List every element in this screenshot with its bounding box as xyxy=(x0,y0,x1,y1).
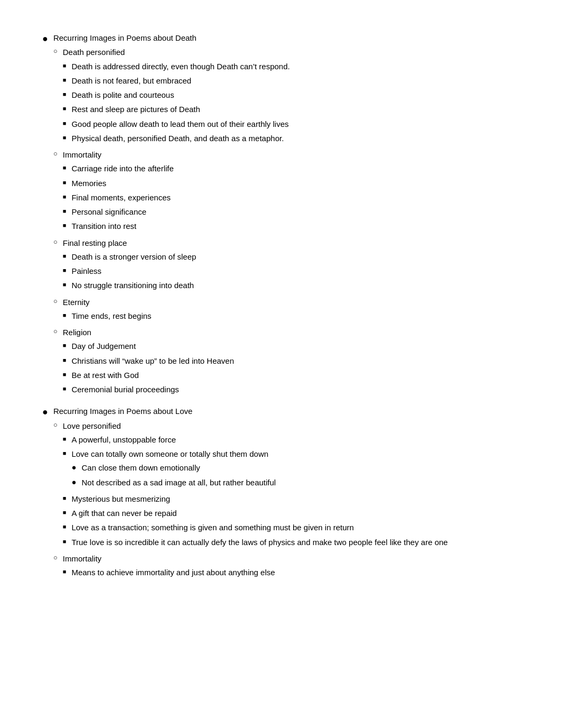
item-text: Be at rest with God xyxy=(71,369,519,381)
item-text: Christians will “wake up” to be led into… xyxy=(71,355,519,367)
bullet-icon: ■ xyxy=(63,61,67,71)
list-item: ■ Painless xyxy=(63,265,519,277)
bullet-icon: ■ xyxy=(63,90,67,99)
item-text: Death is not feared, but embraced xyxy=(71,75,519,87)
bullet-icon: ■ xyxy=(63,178,67,188)
item-text: Death is a stronger version of sleep xyxy=(71,251,519,263)
list-item: ■ True love is so incredible it can actu… xyxy=(63,536,519,548)
item-text: Good people allow death to lead them out… xyxy=(71,118,519,130)
bullet-icon: ■ xyxy=(63,207,67,216)
list-item: ■ Death is not feared, but embraced xyxy=(63,75,519,87)
item-text: Death is polite and courteous xyxy=(71,89,519,101)
bullet-icon: ● xyxy=(42,405,48,419)
item-text: Carriage ride into the afterlife xyxy=(71,162,519,174)
item-text: Personal significance xyxy=(71,206,519,218)
sub-list: ■ Carriage ride into the afterlife ■ Mem… xyxy=(63,162,519,232)
item-text: Transition into rest xyxy=(71,220,519,232)
list-item: ■ Personal significance xyxy=(63,206,519,218)
item-text: Immortality ■ Carriage ride into the aft… xyxy=(63,149,519,235)
item-text: Not described as a sad image at all, but… xyxy=(81,476,519,489)
bullet-icon: ■ xyxy=(63,119,67,128)
list-item: ■ Memories xyxy=(63,177,519,189)
list-item: ○ Religion ■ Day of Judgement ■ Christia… xyxy=(53,326,519,398)
item-text: Means to achieve immortality and just ab… xyxy=(71,566,519,578)
sub-list: ■ Day of Judgement ■ Christians will “wa… xyxy=(63,340,519,395)
bullet-icon: ● xyxy=(71,476,76,489)
list-item: ■ Good people allow death to lead them o… xyxy=(63,118,519,130)
bullet-icon: ■ xyxy=(63,133,67,143)
item-text: Death is addressed directly, even though… xyxy=(71,60,519,72)
bullet-icon: ■ xyxy=(63,76,67,85)
item-text: Love personified ■ A powerful, unstoppab… xyxy=(63,420,519,550)
list-item: ■ Final moments, experiences xyxy=(63,191,519,204)
item-text: Love as a transaction; something is give… xyxy=(71,521,519,533)
item-text: Mysterious but mesmerizing xyxy=(71,493,519,505)
bullet-icon: ● xyxy=(71,462,76,474)
item-text: Can close them down emotionally xyxy=(81,462,519,474)
list-item: ■ Means to achieve immortality and just … xyxy=(63,566,519,578)
list-item: ○ Immortality ■ Means to achieve immorta… xyxy=(53,552,519,581)
main-outline: ● Recurring Images in Poems about Death … xyxy=(42,32,519,583)
bullet-icon: ○ xyxy=(53,420,58,431)
list-item: ○ Immortality ■ Carriage ride into the a… xyxy=(53,149,519,235)
item-text: True love is so incredible it can actual… xyxy=(71,536,519,548)
bullet-icon: ○ xyxy=(53,237,58,248)
bullet-icon: ○ xyxy=(53,326,58,337)
bullet-icon: ■ xyxy=(63,435,67,444)
list-item: ■ Carriage ride into the afterlife xyxy=(63,162,519,174)
list-item: ■ Christians will “wake up” to be led in… xyxy=(63,355,519,367)
item-text: A powerful, unstoppable force xyxy=(71,434,519,446)
list-item: ● Recurring Images in Poems about Death … xyxy=(42,32,519,400)
list-item: ■ Transition into rest xyxy=(63,220,519,232)
bullet-icon: ■ xyxy=(63,370,67,380)
bullet-icon: ■ xyxy=(63,537,67,547)
bullet-icon: ■ xyxy=(63,341,67,351)
list-item: ○ Eternity ■ Time ends, rest begins xyxy=(53,296,519,325)
bullet-icon: ■ xyxy=(63,449,67,458)
list-item: ■ Death is addressed directly, even thou… xyxy=(63,60,519,72)
item-text: Physical death, personified Death, and d… xyxy=(71,132,519,144)
bullet-icon: ■ xyxy=(63,508,67,518)
bullet-icon: ■ xyxy=(63,192,67,202)
list-item: ■ Ceremonial burial proceedings xyxy=(63,383,519,395)
bullet-icon: ■ xyxy=(63,494,67,503)
sub-list: ○ Death personified ■ Death is addressed… xyxy=(53,46,519,398)
item-text: Love can totally own someone or totally … xyxy=(71,448,519,491)
item-text: Day of Judgement xyxy=(71,340,519,352)
bullet-icon: ○ xyxy=(53,552,58,564)
list-item: ● Can close them down emotionally xyxy=(71,462,519,474)
bullet-icon: ○ xyxy=(53,46,58,57)
list-item: ■ Love can totally own someone or totall… xyxy=(63,448,519,491)
item-text: Immortality ■ Means to achieve immortali… xyxy=(63,552,519,581)
bullet-icon: ○ xyxy=(53,149,58,160)
list-item: ○ Love personified ■ A powerful, unstopp… xyxy=(53,420,519,550)
bullet-icon: ■ xyxy=(63,311,67,320)
item-text: No struggle transitioning into death xyxy=(71,279,519,291)
bullet-icon: ○ xyxy=(53,296,58,307)
list-item: ■ Physical death, personified Death, and… xyxy=(63,132,519,144)
item-text: Painless xyxy=(71,265,519,277)
item-text: Recurring Images in Poems about Love ○ L… xyxy=(53,405,519,583)
item-text: Time ends, rest begins xyxy=(71,310,519,322)
list-item: ● Recurring Images in Poems about Love ○… xyxy=(42,405,519,583)
list-item: ■ Rest and sleep are pictures of Death xyxy=(63,103,519,115)
sub-list: ■ Death is addressed directly, even thou… xyxy=(63,60,519,145)
list-item: ○ Final resting place ■ Death is a stron… xyxy=(53,237,519,294)
bullet-icon: ■ xyxy=(63,252,67,261)
bullet-icon: ■ xyxy=(63,266,67,275)
item-text: Final moments, experiences xyxy=(71,191,519,204)
item-text: Ceremonial burial proceedings xyxy=(71,383,519,395)
bullet-icon: ■ xyxy=(63,104,67,114)
item-text: Memories xyxy=(71,177,519,189)
list-item: ○ Death personified ■ Death is addressed… xyxy=(53,46,519,146)
bullet-icon: ■ xyxy=(63,221,67,231)
item-text: Eternity ■ Time ends, rest begins xyxy=(63,296,519,325)
bullet-icon: ■ xyxy=(63,280,67,290)
list-item: ■ Death is polite and courteous xyxy=(63,89,519,101)
sub-list: ■ A powerful, unstoppable force ■ Love c… xyxy=(63,434,519,548)
list-item: ■ Time ends, rest begins xyxy=(63,310,519,322)
item-text: Religion ■ Day of Judgement ■ Christians… xyxy=(63,326,519,398)
list-item: ■ Be at rest with God xyxy=(63,369,519,381)
item-text: Death personified ■ Death is addressed d… xyxy=(63,46,519,146)
item-text: Rest and sleep are pictures of Death xyxy=(71,103,519,115)
